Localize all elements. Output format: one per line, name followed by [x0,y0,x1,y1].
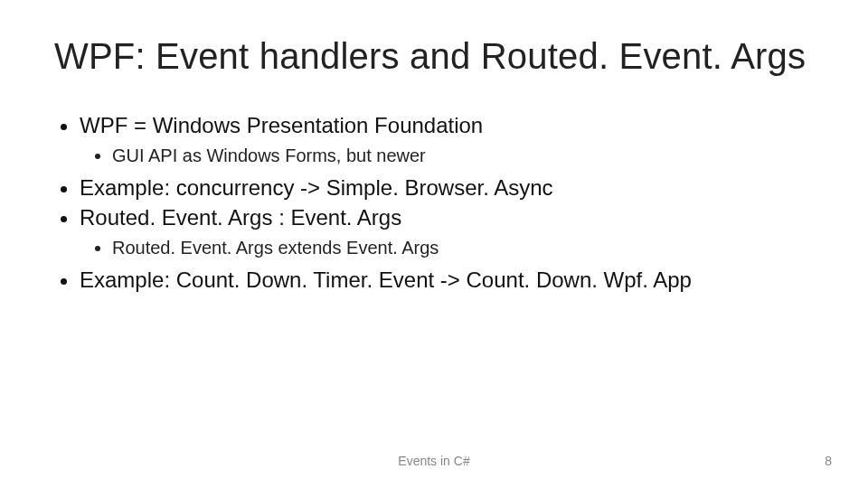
list-item: Routed. Event. Args : Event. Args Routed… [80,203,814,260]
bullet-text: GUI API as Windows Forms, but newer [112,145,426,165]
bullet-list: WPF = Windows Presentation Foundation GU… [54,111,814,295]
list-item: Example: concurrency -> Simple. Browser.… [80,174,814,202]
footer-text: Events in C# [398,454,469,468]
list-item: Routed. Event. Args extends Event. Args [112,236,814,260]
slide: WPF: Event handlers and Routed. Event. A… [0,0,868,488]
list-item: Example: Count. Down. Timer. Event -> Co… [80,266,814,295]
bullet-sublist: Routed. Event. Args extends Event. Args [80,236,814,260]
bullet-sublist: GUI API as Windows Forms, but newer [80,144,814,168]
bullet-text: Routed. Event. Args extends Event. Args [112,238,439,258]
bullet-text: Routed. Event. Args : Event. Args [80,205,401,230]
footer: Events in C# [0,454,868,468]
bullet-text: Example: concurrency -> Simple. Browser.… [80,175,553,200]
slide-title: WPF: Event handlers and Routed. Event. A… [54,36,814,77]
list-item: WPF = Windows Presentation Foundation GU… [80,111,814,168]
list-item: GUI API as Windows Forms, but newer [112,144,814,168]
bullet-text: Example: Count. Down. Timer. Event -> Co… [80,267,692,292]
bullet-text: WPF = Windows Presentation Foundation [80,113,483,137]
page-number: 8 [825,454,832,468]
